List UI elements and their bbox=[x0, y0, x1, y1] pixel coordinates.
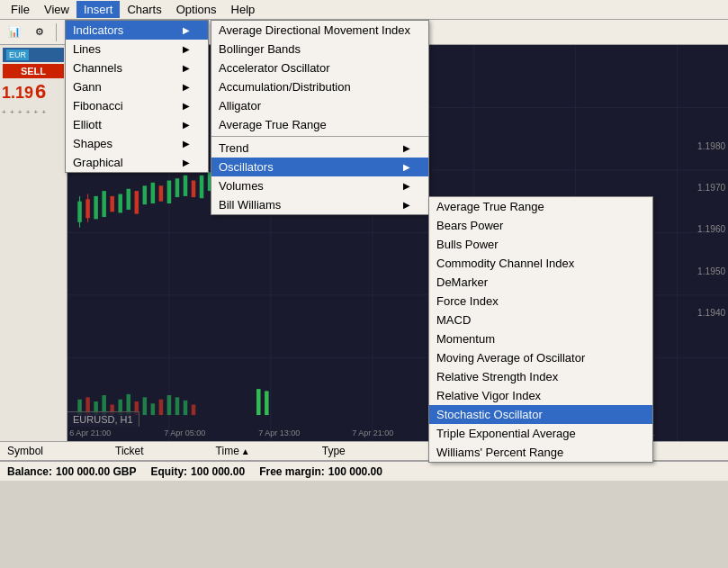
osc-tea[interactable]: Triple Exponential Average bbox=[429, 424, 652, 443]
bill-williams-arrow: ▶ bbox=[403, 200, 410, 210]
svg-text:1.1980: 1.1980 bbox=[697, 141, 725, 151]
osc-rvi[interactable]: Relative Vigor Index bbox=[429, 386, 652, 405]
ind-volumes[interactable]: Volumes ▶ bbox=[211, 176, 428, 195]
menu-options[interactable]: Options bbox=[169, 1, 224, 18]
svg-text:7 Apr 13:00: 7 Apr 13:00 bbox=[258, 428, 300, 437]
svg-rect-20 bbox=[135, 191, 139, 213]
ind-bill-williams[interactable]: Bill Williams ▶ bbox=[211, 195, 428, 214]
price-suffix: 6 bbox=[35, 80, 46, 104]
svg-rect-65 bbox=[256, 389, 261, 415]
svg-rect-21 bbox=[143, 185, 148, 204]
svg-text:1.1970: 1.1970 bbox=[697, 183, 725, 193]
pair-label: EURUSD, H1 bbox=[67, 411, 139, 427]
equity-value: 100 000.00 bbox=[191, 465, 245, 478]
menu-graphical[interactable]: Graphical ▶ bbox=[66, 153, 208, 172]
ind-accelerator[interactable]: Accelerator Oscillator bbox=[211, 59, 428, 77]
svg-rect-15 bbox=[94, 196, 98, 219]
osc-wpr[interactable]: Williams' Percent Range bbox=[429, 443, 652, 462]
menu-shapes[interactable]: Shapes ▶ bbox=[66, 134, 208, 153]
svg-rect-22 bbox=[151, 183, 156, 203]
svg-rect-17 bbox=[110, 196, 114, 212]
shapes-arrow: ▶ bbox=[183, 139, 190, 149]
oscillators-menu: Average True Range Bears Power Bulls Pow… bbox=[428, 196, 653, 463]
svg-rect-24 bbox=[167, 181, 172, 203]
insert-menu: Indicators ▶ Lines ▶ Channels ▶ Gann ▶ F… bbox=[65, 20, 209, 173]
menu-channels[interactable]: Channels ▶ bbox=[66, 59, 208, 77]
price-main: 1.19 bbox=[0, 82, 35, 104]
oscillators-arrow: ▶ bbox=[403, 162, 410, 172]
osc-bulls-power[interactable]: Bulls Power bbox=[429, 235, 652, 254]
svg-rect-61 bbox=[167, 395, 172, 415]
osc-mao[interactable]: Moving Average of Oscillator bbox=[429, 348, 652, 367]
gann-arrow: ▶ bbox=[183, 82, 190, 92]
channels-arrow: ▶ bbox=[183, 63, 190, 73]
menu-indicators[interactable]: Indicators ▶ bbox=[66, 21, 208, 40]
fibonacci-arrow: ▶ bbox=[183, 101, 190, 111]
menu-help[interactable]: Help bbox=[224, 1, 263, 18]
svg-text:1.1960: 1.1960 bbox=[697, 224, 725, 234]
svg-rect-18 bbox=[118, 194, 122, 213]
svg-rect-19 bbox=[126, 189, 130, 210]
osc-force-index[interactable]: Force Index bbox=[429, 292, 652, 311]
svg-rect-58 bbox=[143, 397, 148, 415]
left-sidebar: EUR SELL 1.19 6 + + + + + + bbox=[0, 45, 67, 441]
svg-rect-59 bbox=[151, 403, 156, 415]
svg-text:1.1950: 1.1950 bbox=[697, 266, 725, 276]
svg-rect-60 bbox=[159, 400, 164, 415]
margin-label: Free margin: bbox=[259, 465, 325, 478]
svg-rect-26 bbox=[184, 176, 188, 196]
status-bar: Balance: 100 000.00 GBP Equity: 100 000.… bbox=[0, 461, 728, 481]
svg-rect-25 bbox=[175, 178, 180, 197]
ind-separator-1 bbox=[211, 136, 428, 137]
svg-rect-63 bbox=[184, 401, 188, 415]
toolbar-settings[interactable]: ⚙ bbox=[29, 23, 50, 42]
toolbar-new-chart[interactable]: 📊 bbox=[4, 23, 25, 42]
osc-macd[interactable]: MACD bbox=[429, 311, 652, 329]
equity-label: Equity: bbox=[150, 465, 187, 478]
menu-lines[interactable]: Lines ▶ bbox=[66, 40, 208, 59]
menu-gann[interactable]: Gann ▶ bbox=[66, 77, 208, 96]
graphical-arrow: ▶ bbox=[183, 158, 190, 167]
sell-badge: SELL bbox=[3, 64, 64, 78]
col-ticket: Ticket bbox=[115, 445, 144, 457]
margin-value: 100 000.00 bbox=[328, 465, 382, 478]
svg-rect-28 bbox=[200, 176, 204, 198]
volumes-arrow: ▶ bbox=[403, 181, 410, 191]
ind-atr[interactable]: Average True Range bbox=[211, 115, 428, 134]
balance-label: Balance: bbox=[7, 465, 52, 478]
indicators-arrow: ▶ bbox=[183, 25, 190, 35]
col-symbol: Symbol bbox=[7, 445, 43, 457]
ind-trend[interactable]: Trend ▶ bbox=[211, 139, 428, 158]
ind-accum-dist[interactable]: Accumulation/Distribution bbox=[211, 77, 428, 96]
menu-charts[interactable]: Charts bbox=[120, 1, 168, 18]
menu-insert[interactable]: Insert bbox=[76, 1, 121, 18]
ind-admi[interactable]: Average Directional Movement Index bbox=[211, 21, 428, 40]
menu-view[interactable]: View bbox=[37, 1, 76, 18]
balance-value: 100 000.00 GBP bbox=[56, 465, 136, 478]
trend-arrow: ▶ bbox=[403, 143, 410, 153]
osc-cci[interactable]: Commodity Channel Index bbox=[429, 254, 652, 273]
osc-stochastic[interactable]: Stochastic Oscillator bbox=[429, 405, 652, 424]
svg-text:7 Apr 05:00: 7 Apr 05:00 bbox=[164, 428, 205, 437]
ind-oscillators[interactable]: Oscillators ▶ bbox=[211, 158, 428, 176]
menu-file[interactable]: File bbox=[4, 1, 37, 18]
menubar: File View Insert Charts Options Help bbox=[0, 0, 728, 20]
svg-rect-23 bbox=[159, 185, 164, 201]
osc-rsi[interactable]: Relative Strength Index bbox=[429, 367, 652, 386]
price-container: 1.19 6 bbox=[0, 80, 67, 104]
pair-indicator: EUR bbox=[3, 48, 64, 62]
osc-atr[interactable]: Average True Range bbox=[429, 197, 652, 216]
svg-rect-66 bbox=[265, 391, 269, 415]
svg-text:1.1940: 1.1940 bbox=[697, 308, 725, 318]
osc-bears-power[interactable]: Bears Power bbox=[429, 216, 652, 235]
svg-rect-64 bbox=[192, 404, 196, 415]
ind-alligator[interactable]: Alligator bbox=[211, 96, 428, 115]
osc-momentum[interactable]: Momentum bbox=[429, 329, 652, 348]
menu-elliott[interactable]: Elliott ▶ bbox=[66, 115, 208, 134]
svg-rect-27 bbox=[192, 181, 196, 198]
osc-demarker[interactable]: DeMarker bbox=[429, 273, 652, 292]
indicators-menu: Average Directional Movement Index Bolli… bbox=[211, 20, 429, 215]
menu-fibonacci[interactable]: Fibonacci ▶ bbox=[66, 96, 208, 115]
tick-marks: + + + + + + bbox=[0, 104, 67, 120]
ind-bollinger[interactable]: Bollinger Bands bbox=[211, 40, 428, 59]
